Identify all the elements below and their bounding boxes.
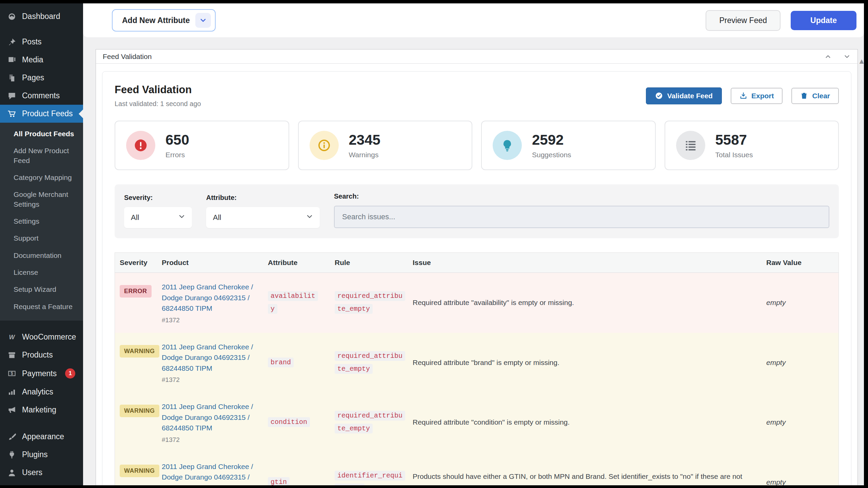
metabox-header[interactable]: Feed Validation — [96, 49, 857, 64]
chevron-down-icon[interactable] — [195, 13, 211, 28]
add-new-attribute-button[interactable]: Add New Attribute — [112, 9, 216, 32]
errors-count: 650 — [165, 132, 189, 148]
trash-icon — [800, 92, 808, 100]
main-content: Add New Attribute Preview Feed Update Fe… — [83, 3, 864, 485]
sidebar-item-analytics[interactable]: Analytics — [0, 383, 83, 401]
submenu-request-a-feature[interactable]: Request a Feature — [0, 298, 83, 315]
col-attribute: Attribute — [263, 253, 330, 272]
info-circle-icon — [310, 131, 339, 160]
errors-label: Errors — [165, 151, 189, 159]
raw-value: empty — [762, 452, 839, 486]
product-link[interactable]: 2011 Jeep Grand Cherokee / Dodge Durango… — [162, 401, 258, 433]
sidebar-item-dashboard[interactable]: Dashboard — [0, 7, 83, 25]
sidebar-item-woocommerce[interactable]: W WooCommerce — [0, 328, 83, 346]
attribute-code: brand — [268, 358, 294, 367]
table-row: WARNING 2011 Jeep Grand Cherokee / Dodge… — [115, 333, 839, 393]
metabox-title: Feed Validation — [103, 53, 152, 61]
table-row: WARNING 2011 Jeep Grand Cherokee / Dodge… — [115, 452, 839, 486]
panel-header: Feed Validation Last validated: 1 second… — [115, 84, 839, 108]
issue-text: Required attribute "condition" is empty … — [408, 392, 762, 452]
validation-table: Severity Product Attribute Rule Issue Ra… — [115, 252, 839, 485]
attribute-code: gtin — [268, 477, 290, 485]
sidebar-item-label: Comments — [22, 91, 60, 100]
sidebar-item-label: WooCommerce — [22, 332, 76, 342]
lightbulb-icon — [493, 131, 522, 160]
pushpin-icon — [7, 38, 16, 46]
sidebar-item-product-feeds[interactable]: Product Feeds — [0, 105, 83, 123]
product-link[interactable]: 2011 Jeep Grand Cherokee / Dodge Durango… — [162, 461, 258, 486]
stat-card-warnings: 2345 Warnings — [298, 121, 473, 170]
comment-icon — [7, 92, 16, 100]
attribute-filter-select[interactable]: All — [206, 207, 320, 228]
severity-badge: WARNING — [120, 345, 159, 358]
product-id: #1372 — [162, 376, 258, 384]
clear-button[interactable]: Clear — [791, 88, 839, 104]
collapse-toggle-icon[interactable]: ▲ — [858, 57, 864, 66]
submenu-settings[interactable]: Settings — [0, 213, 83, 230]
submenu-google-merchant-settings[interactable]: Google Merchant Settings — [0, 186, 83, 213]
stat-card-suggestions: 2592 Suggestions — [481, 121, 656, 170]
submenu-all-product-feeds[interactable]: All Product Feeds — [0, 125, 83, 142]
issue-text: Required attribute "brand" is empty or m… — [408, 333, 762, 393]
rule-code: required_attribute_empty — [335, 411, 405, 433]
move-down-icon[interactable] — [843, 53, 851, 60]
svg-text:W: W — [9, 334, 16, 341]
validate-feed-button[interactable]: Validate Feed — [646, 87, 722, 104]
sidebar-item-plugins[interactable]: Plugins — [0, 446, 83, 464]
validate-feed-label: Validate Feed — [667, 92, 713, 100]
submenu-add-new-product-feed[interactable]: Add New Product Feed — [0, 142, 83, 169]
bar-chart-icon — [7, 388, 16, 396]
brush-icon — [7, 432, 16, 441]
sidebar-item-payments[interactable]: $ Payments 1 — [0, 364, 83, 383]
sidebar-item-media[interactable]: Media — [0, 51, 83, 69]
sidebar-item-label: Media — [22, 55, 43, 64]
sidebar-item-tools[interactable]: Tools — [0, 482, 83, 485]
attribute-code: availability — [268, 291, 318, 314]
clear-label: Clear — [812, 92, 830, 100]
sidebar-item-posts[interactable]: Posts — [0, 33, 83, 51]
submenu-license[interactable]: License — [0, 264, 83, 281]
sidebar-item-label: Analytics — [22, 387, 53, 396]
rule-code: required_attribute_empty — [335, 351, 405, 374]
export-label: Export — [751, 92, 774, 100]
suggestions-label: Suggestions — [532, 151, 571, 159]
feed-editor-toolbar: Add New Attribute Preview Feed Update — [83, 3, 864, 37]
sidebar-item-marketing[interactable]: Marketing — [0, 401, 83, 419]
list-icon — [676, 131, 705, 160]
submenu-documentation[interactable]: Documentation — [0, 247, 83, 264]
sidebar-item-users[interactable]: Users — [0, 464, 83, 482]
raw-value: empty — [762, 392, 839, 452]
submenu-setup-wizard[interactable]: Setup Wizard — [0, 281, 83, 298]
col-issue: Issue — [408, 253, 762, 272]
move-up-icon[interactable] — [824, 53, 832, 60]
sidebar-item-comments[interactable]: Comments — [0, 87, 83, 105]
export-button[interactable]: Export — [731, 88, 783, 104]
col-rule: Rule — [330, 253, 408, 272]
warnings-count: 2345 — [349, 132, 380, 148]
product-link[interactable]: 2011 Jeep Grand Cherokee / Dodge Durango… — [162, 282, 258, 314]
pages-icon — [7, 74, 16, 82]
issue-text: Required attribute "availability" is emp… — [408, 273, 762, 333]
col-raw-value: Raw Value — [762, 253, 839, 272]
update-button[interactable]: Update — [791, 11, 856, 30]
search-filter-label: Search: — [334, 192, 829, 200]
sidebar-item-appearance[interactable]: Appearance — [0, 428, 83, 446]
product-link[interactable]: 2011 Jeep Grand Cherokee / Dodge Durango… — [162, 342, 258, 374]
sidebar-item-label: Posts — [22, 37, 42, 46]
chevron-down-icon — [178, 212, 186, 223]
box-icon — [7, 351, 16, 360]
submenu-support[interactable]: Support — [0, 230, 83, 247]
table-row: ERROR 2011 Jeep Grand Cherokee / Dodge D… — [115, 273, 839, 333]
plug-icon — [7, 450, 16, 459]
col-product: Product — [157, 253, 263, 272]
sidebar-item-pages[interactable]: Pages — [0, 69, 83, 87]
preview-feed-button[interactable]: Preview Feed — [706, 10, 781, 31]
megaphone-icon — [7, 406, 16, 414]
severity-filter-select[interactable]: All — [124, 207, 192, 228]
submenu-category-mapping[interactable]: Category Mapping — [0, 169, 83, 186]
panel-title: Feed Validation — [115, 84, 201, 96]
search-issues-input[interactable] — [334, 206, 829, 228]
feed-validation-metabox: Feed Validation Feed Validation Last val… — [96, 49, 858, 485]
sidebar-item-products[interactable]: Products — [0, 346, 83, 364]
table-row: WARNING 2011 Jeep Grand Cherokee / Dodge… — [115, 392, 839, 452]
